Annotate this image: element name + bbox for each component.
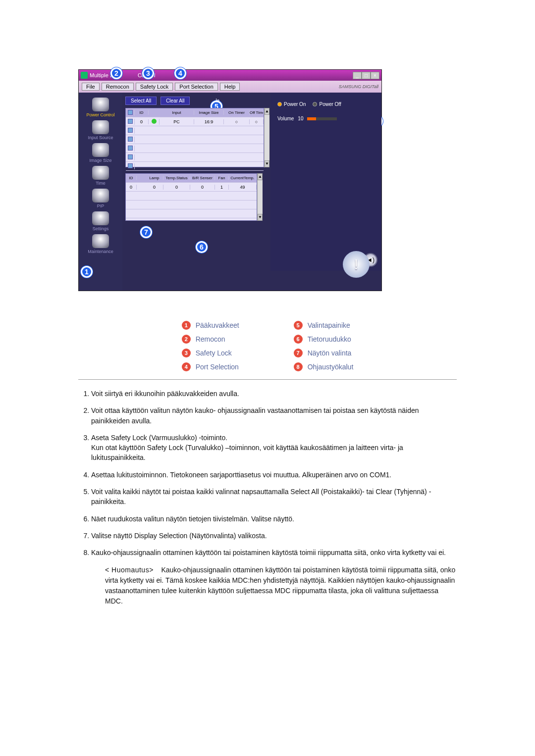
sidebar-label: Settings <box>93 226 109 231</box>
control-panel: Power On Power Off Volume 10 ◄) <box>270 93 381 271</box>
grid-row[interactable] <box>126 126 264 135</box>
list-item: Voit siirtyä eri ikkunoihin pääkuvakkeid… <box>91 389 457 399</box>
list-item: Voit ottaa käyttöön valitun näytön kauko… <box>91 405 457 426</box>
grid-row[interactable]: 0 PC 16:9 ○ ○ <box>126 117 264 126</box>
sidebar-item-image-size[interactable]: Image Size <box>89 142 111 163</box>
list-text: Kun otat käyttöön Safety Lock (Turvalukk… <box>91 444 403 461</box>
note-label: < Huomautus> <box>105 565 154 575</box>
cell-bs: 0 <box>190 185 215 190</box>
volume-slider[interactable] <box>307 117 337 120</box>
power-off-label: Power Off <box>319 101 341 107</box>
note-block: < Huomautus> Kauko-ohjaussignaalin ottam… <box>78 565 457 606</box>
minimize-button[interactable]: _ <box>353 72 362 79</box>
scroll-down-icon[interactable]: ▼ <box>258 214 263 221</box>
menu-port-selection[interactable]: Port Selection <box>175 83 217 91</box>
brand-label: SAMSUNG DIGITall <box>339 84 378 89</box>
status-grid-row[interactable] <box>126 192 257 201</box>
row-checkbox[interactable] <box>128 128 133 133</box>
power-on-radio[interactable]: Power On <box>277 101 306 107</box>
legend-label: Tietoruudukko <box>308 335 351 343</box>
cell-imagesize: 16:9 <box>194 119 224 124</box>
legend-item: 5Valintapainike <box>294 321 354 330</box>
col-ontimer: On Timer <box>224 110 250 115</box>
row-checkbox[interactable] <box>128 137 133 142</box>
sidebar-label: Input Source <box>88 135 113 140</box>
sidebar-item-settings[interactable]: Settings <box>92 210 109 231</box>
sidebar-label: Maintenance <box>88 249 113 254</box>
maximize-button[interactable]: □ <box>362 72 371 79</box>
legend-num-icon: 4 <box>182 362 191 371</box>
row-checkbox[interactable] <box>128 146 133 151</box>
le-label: le <box>215 98 219 103</box>
menu-safety-lock[interactable]: Safety Lock <box>136 83 173 91</box>
power-off-radio[interactable]: Power Off <box>313 101 341 107</box>
close-button[interactable]: × <box>371 72 379 79</box>
menu-remocon[interactable]: Remocon <box>102 83 134 91</box>
menu-file[interactable]: File <box>82 83 100 91</box>
grid-header: ID Input Image Size On Timer Off Timer <box>126 108 264 117</box>
radio-icon <box>313 102 317 106</box>
cell-id: 0 <box>135 119 149 124</box>
row-checkbox[interactable] <box>128 119 133 124</box>
source-icon <box>92 120 109 134</box>
status-grid-row[interactable] <box>126 201 257 209</box>
legend: 1Pääkuvakkeet 2Remocon 3Safety Lock 4Por… <box>78 321 457 371</box>
legend-num-icon: 3 <box>182 349 191 357</box>
scroll-up-icon[interactable]: ▲ <box>265 108 269 115</box>
status-grid-row[interactable]: 0 0 0 0 1 49 <box>126 183 257 192</box>
row-checkbox[interactable] <box>128 154 133 159</box>
grid-row[interactable] <box>126 162 264 171</box>
note-text: Kauko-ohjaussignaalin ottaminen käyttöön… <box>105 566 455 605</box>
legend-num-icon: 5 <box>294 321 303 330</box>
sidebar-label: PIP <box>97 203 105 208</box>
cell-temp: 0 <box>163 185 190 190</box>
sidebar-item-power-control[interactable]: Power Control <box>86 97 114 117</box>
legend-num-icon: 7 <box>294 349 303 357</box>
scroll-up-icon[interactable]: ▲ <box>258 173 263 180</box>
menu-help[interactable]: Help <box>220 83 240 91</box>
legend-label: Port Selection <box>196 363 239 371</box>
titlebar: Multiple D Control _ □ × <box>79 70 381 81</box>
legend-num-icon: 2 <box>182 335 191 344</box>
cell-ct: 49 <box>229 185 257 190</box>
scrollbar[interactable]: ▲ ▼ <box>264 108 269 167</box>
legend-item: 6Tietoruudukko <box>294 335 354 344</box>
grid-row[interactable] <box>126 153 264 162</box>
scrollbar[interactable]: ▲ ▼ <box>257 173 263 221</box>
legend-item: 8Ohjaustyökalut <box>294 362 354 371</box>
clear-all-button[interactable]: Clear All <box>160 97 190 105</box>
time-icon <box>92 166 109 180</box>
col-id: ID <box>135 110 149 115</box>
maintenance-icon <box>92 234 109 248</box>
col-lamp: Lamp <box>146 176 163 180</box>
scroll-down-icon[interactable]: ▼ <box>265 160 269 167</box>
sidebar-item-input-source[interactable]: Input Source <box>88 119 113 140</box>
display-grid[interactable]: ID Input Image Size On Timer Off Timer 0… <box>125 108 264 167</box>
row-checkbox[interactable] <box>128 163 133 168</box>
header-checkbox-icon <box>128 110 133 115</box>
power-icon <box>92 98 109 111</box>
legend-item: 3Safety Lock <box>182 349 239 357</box>
sidebar-item-pip[interactable]: PIP <box>92 188 109 208</box>
sidebar-item-time[interactable]: Time <box>92 165 109 186</box>
menubar: File Remocon Safety Lock Port Selection … <box>79 81 381 93</box>
col-id: ID <box>126 176 137 180</box>
list-item: Valitse näyttö Display Selection (Näytön… <box>91 531 457 541</box>
callout-4: 4 <box>174 67 186 79</box>
col-tempstatus: Temp.Status <box>163 176 190 180</box>
status-grid[interactable]: ID Lamp Temp.Status B/R Senser Fan Curre… <box>125 173 257 221</box>
col-fan: Fan <box>215 176 229 180</box>
status-grid-row[interactable] <box>126 209 257 218</box>
legend-label: Valintapainike <box>308 321 350 329</box>
select-all-button[interactable]: Select All <box>125 97 157 105</box>
sidebar-item-maintenance[interactable]: Maintenance <box>88 233 113 254</box>
legend-num-icon: 8 <box>294 362 303 371</box>
legend-num-icon: 6 <box>294 335 303 344</box>
legend-label: Ohjaustyökalut <box>308 363 354 371</box>
grid-row[interactable] <box>126 135 264 144</box>
legend-item: 4Port Selection <box>182 362 239 371</box>
settings-icon <box>92 211 109 225</box>
legend-item: 7Näytön valinta <box>294 349 354 357</box>
grid-row[interactable] <box>126 144 264 153</box>
callout-1: 1 <box>81 266 93 278</box>
